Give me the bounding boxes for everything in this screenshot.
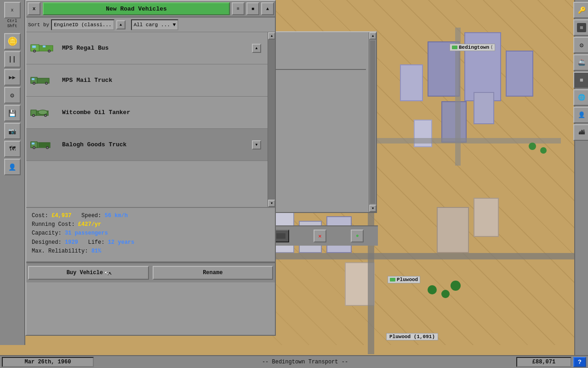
- svg-rect-10: [32, 78, 34, 80]
- right-sidebar-btn-3[interactable]: ⚙: [573, 37, 588, 53]
- panel-title: New Road Vehicles: [43, 2, 230, 15]
- cost-value: £4,937: [51, 213, 71, 219]
- sidebar-screenshot-btn[interactable]: 📷: [4, 123, 21, 139]
- capacity-value: 31 passengers: [65, 230, 108, 236]
- svg-point-14: [46, 82, 47, 84]
- city-bus-icon: [452, 46, 457, 49]
- status-money: £88,071: [516, 357, 571, 367]
- list-scrollbar: ▲ ▼: [268, 32, 275, 207]
- cargo-dropdown[interactable]: All carg ... ▼: [131, 19, 179, 30]
- right-sidebar-btn-5[interactable]: ■: [573, 72, 588, 88]
- sort-by-label: Sort by: [28, 22, 49, 28]
- vehicle-name-3: Witcombe Oil Tanker: [62, 109, 130, 116]
- sidebar-fast-btn[interactable]: ▶▶: [4, 69, 21, 86]
- right-sidebar-btn-2[interactable]: ■: [573, 19, 588, 36]
- sidebar-person-btn[interactable]: 👤: [4, 159, 21, 175]
- sidebar-coin-btn[interactable]: 🪙: [4, 33, 21, 50]
- stats-panel: Cost: £4,937 Speed: 56 km/h Running Cost…: [26, 207, 275, 262]
- sort-bar: Sort by EngineID (classi... ▲ All carg .…: [26, 17, 275, 32]
- sidebar-close-btn[interactable]: x: [4, 2, 21, 18]
- vehicle-icon-4: [30, 140, 57, 150]
- sidebar-shft-label: Shft: [7, 24, 17, 29]
- sidebar-ctrl-label: Ctrl: [7, 19, 17, 23]
- svg-rect-3: [43, 46, 46, 47]
- right-sidebar: 🔑 ■ ⚙ 🚢 ■ 🌐 👤 🏙: [574, 0, 588, 368]
- svg-point-28: [34, 147, 35, 148]
- right-sidebar-btn-1[interactable]: 🔑: [573, 2, 588, 18]
- svg-rect-2: [32, 46, 36, 48]
- speed-value: 56 km/h: [104, 213, 127, 219]
- vehicle-expand-1[interactable]: ▲: [252, 44, 261, 53]
- vehicle-action-btn-2[interactable]: ✕: [314, 230, 326, 242]
- vehicle-item-4[interactable]: Balogh Goods Truck ▼: [26, 129, 275, 161]
- life-value: 12 years: [108, 239, 135, 246]
- sidebar-settings-btn[interactable]: ⚙: [4, 87, 21, 104]
- left-sidebar: x Ctrl Shft 🪙 || ▶▶ ⚙ 💾 📷 🗺 👤: [0, 0, 25, 345]
- svg-point-7: [49, 50, 50, 52]
- title-bar: x New Road Vehicles ≡ ■ ▲: [26, 1, 275, 17]
- vehicle-icon-1: [30, 44, 57, 53]
- vehicle-action-btn-3[interactable]: ●: [351, 230, 364, 242]
- right-sidebar-btn-8[interactable]: 🏙: [573, 124, 588, 141]
- cursor-icon: ↖: [105, 269, 110, 277]
- right-sidebar-btn-7[interactable]: 👤: [573, 107, 588, 123]
- rename-button[interactable]: Rename: [153, 266, 274, 280]
- vehicle-name-1: MPS Regal Bus: [62, 45, 108, 52]
- svg-point-13: [34, 82, 35, 84]
- svg-point-21: [45, 115, 46, 116]
- vehicle-icon-2: [30, 76, 57, 85]
- panel-btn-1[interactable]: ≡: [232, 2, 245, 15]
- vehicle-item-1[interactable]: MPS Regal Bus ▲: [26, 32, 275, 64]
- sort-arrow-button[interactable]: ▲: [116, 20, 126, 29]
- svg-point-6: [34, 50, 35, 52]
- vehicle-icon-3: [30, 108, 57, 117]
- scroll-track[interactable]: [268, 40, 275, 200]
- svg-point-17: [38, 110, 47, 115]
- status-help-button[interactable]: ?: [573, 357, 586, 367]
- sidebar-map-btn[interactable]: 🗺: [4, 141, 21, 157]
- panel-btn-3[interactable]: ▲: [261, 2, 274, 15]
- vehicle-expand-4[interactable]: ▼: [252, 140, 261, 150]
- right-sidebar-btn-4[interactable]: 🚢: [573, 54, 588, 71]
- right-sidebar-btn-6[interactable]: 🌐: [573, 89, 588, 106]
- vehicle-purchase-panel: x New Road Vehicles ≡ ■ ▲ Sort by Engine…: [25, 0, 276, 336]
- status-company: -- Bedingtown Transport --: [96, 359, 514, 365]
- panel-btn-2[interactable]: ■: [246, 2, 259, 15]
- reliability-value: 81%: [91, 248, 102, 254]
- scroll-up-btn[interactable]: ▲: [268, 32, 275, 40]
- city-label-pluwood: Pluwood: [388, 276, 420, 283]
- vehicle-item-2[interactable]: MPS Mail Truck: [26, 64, 275, 97]
- sidebar-pause-btn[interactable]: ||: [4, 51, 21, 68]
- designed-value: 1929: [65, 239, 78, 246]
- svg-point-29: [47, 147, 48, 148]
- scroll-down-btn[interactable]: ▼: [268, 200, 275, 207]
- buy-vehicle-button[interactable]: Buy Vehicle ↖: [28, 266, 149, 280]
- pluwood-bottom-label: Pluwood (1,091): [386, 333, 438, 340]
- city-label-bedingtown: Bedingtown (: [450, 44, 495, 51]
- running-cost-value: £427/yr: [78, 221, 101, 228]
- status-bar: Mar 26th, 1960 -- Bedingtown Transport -…: [0, 355, 588, 368]
- svg-rect-24: [32, 143, 34, 144]
- sort-field-dropdown[interactable]: EngineID (classi...: [51, 19, 114, 30]
- sidebar-save-btn[interactable]: 💾: [4, 105, 21, 121]
- vehicle-name-2: MPS Mail Truck: [62, 77, 112, 84]
- city-bus-icon-2: [390, 278, 395, 282]
- vehicle-list: MPS Regal Bus ▲ MPS Mail Truck: [26, 32, 275, 207]
- vehicle-name-4: Balogh Goods Truck: [62, 141, 126, 148]
- panel-close-button[interactable]: x: [28, 2, 40, 15]
- status-date: Mar 26th, 1960: [2, 357, 94, 367]
- vehicle-item-3[interactable]: Witcombe Oil Tanker: [26, 97, 275, 129]
- svg-point-20: [33, 115, 34, 116]
- bottom-buttons: Buy Vehicle ↖ Rename: [26, 262, 275, 282]
- svg-rect-25: [39, 143, 49, 147]
